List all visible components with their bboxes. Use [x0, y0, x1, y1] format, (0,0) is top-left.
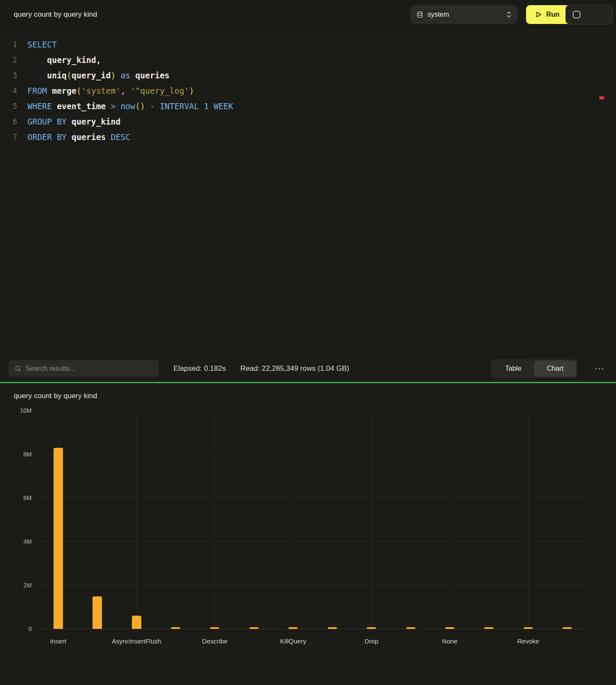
gridline-v	[528, 411, 529, 629]
database-icon	[416, 11, 423, 18]
view-toggle: Table Chart	[491, 359, 577, 378]
bar	[484, 627, 493, 629]
bar	[328, 627, 337, 629]
bar	[288, 627, 298, 629]
code-line: 5WHERE event_time > now() - INTERVAL 1 W…	[0, 98, 616, 114]
line-number: 5	[0, 98, 17, 114]
chart-title: query count by query kind	[14, 392, 602, 400]
code-line: 3 uniq(query_id) as queries	[0, 68, 616, 83]
y-axis-tick-label: 2M	[24, 582, 32, 589]
database-selector[interactable]: system	[410, 5, 517, 24]
code-text: uniq(query_id) as queries	[27, 68, 170, 83]
bar	[406, 627, 416, 629]
bar	[210, 627, 219, 629]
topbar-actions: system Run	[410, 0, 586, 29]
code-line: 7ORDER BY queries DESC	[0, 129, 616, 145]
bar	[523, 627, 533, 629]
bar	[171, 627, 180, 629]
bar	[54, 448, 63, 629]
read-stat: Read: 22,285,349 rows (1.04 GB)	[240, 364, 349, 373]
y-axis-tick-label: 0	[28, 625, 32, 632]
x-axis-tick-label: Revoke	[517, 637, 539, 645]
bar	[249, 627, 259, 629]
x-axis-tick-label: Describe	[202, 637, 227, 645]
gridline-h	[39, 628, 587, 629]
bar-chart: 02M4M6M8M10MInsertAsyncInsertFlushDescri…	[39, 411, 587, 629]
code-line: 6GROUP BY query_kind	[0, 114, 616, 129]
play-icon	[535, 11, 542, 18]
gridline-h	[39, 585, 587, 585]
sql-console-app: query count by query kind system	[0, 0, 616, 629]
search-results-input[interactable]	[26, 365, 153, 372]
toolbar-extra-button[interactable]	[565, 5, 613, 24]
gridline-v	[587, 411, 587, 629]
x-axis-tick-label: Drop	[365, 637, 379, 645]
run-button[interactable]: Run	[526, 5, 571, 24]
gridline-h	[39, 454, 587, 454]
search-box[interactable]	[9, 360, 159, 377]
x-axis-tick-label: None	[442, 637, 458, 645]
select-chevrons-icon	[506, 11, 511, 18]
run-button-label: Run	[546, 11, 559, 18]
code-text: SELECT	[27, 37, 57, 52]
gridline-v	[137, 411, 137, 629]
line-number: 3	[0, 68, 17, 83]
code-line: 2 query_kind,	[0, 52, 616, 68]
code-text: WHERE event_time > now() - INTERVAL 1 WE…	[27, 98, 233, 114]
x-axis-tick-label: Insert	[50, 637, 66, 645]
bar	[562, 627, 572, 629]
rounded-square-icon	[572, 10, 581, 19]
y-axis-tick-label: 4M	[24, 538, 32, 545]
gridline-h	[39, 410, 587, 411]
gridline-v	[215, 411, 215, 629]
code-line: 4FROM merge('system', '^query_log')	[0, 83, 616, 98]
gridline-v	[450, 411, 450, 629]
gridline-v	[293, 411, 293, 629]
tab-table[interactable]: Table	[492, 360, 534, 377]
sql-editor[interactable]: 1SELECT2 query_kind,3 uniq(query_id) as …	[0, 29, 616, 355]
tab-chart[interactable]: Chart	[534, 360, 576, 377]
line-number: 4	[0, 83, 17, 98]
elapsed-stat: Elapsed: 0.182s	[173, 364, 226, 373]
line-number: 6	[0, 114, 17, 129]
scrollbar-error-marker	[599, 96, 604, 99]
y-axis-tick-label: 8M	[24, 451, 32, 458]
results-toolbar: Elapsed: 0.182s Read: 22,285,349 rows (1…	[0, 355, 616, 382]
y-axis-tick-label: 10M	[20, 407, 32, 414]
database-name: system	[428, 11, 449, 18]
gridline-h	[39, 497, 587, 498]
line-number: 1	[0, 37, 17, 52]
code-text: ORDER BY queries DESC	[27, 129, 130, 145]
gridline-v	[371, 411, 372, 629]
chart-panel: query count by query kind 02M4M6M8M10MIn…	[0, 383, 616, 629]
bar	[132, 616, 141, 629]
bar	[93, 596, 102, 629]
line-number: 2	[0, 52, 17, 68]
code-area[interactable]: 1SELECT2 query_kind,3 uniq(query_id) as …	[0, 37, 616, 145]
line-number: 7	[0, 129, 17, 145]
bar	[367, 627, 376, 629]
bar	[445, 627, 455, 629]
code-text: FROM merge('system', '^query_log')	[27, 83, 194, 98]
search-icon	[15, 365, 21, 372]
code-line: 1SELECT	[0, 37, 616, 52]
more-options-button[interactable]: ⋯	[592, 363, 607, 374]
x-axis-tick-label: KillQuery	[280, 637, 306, 645]
gridline-h	[39, 541, 587, 542]
query-title: query count by query kind	[14, 10, 97, 19]
x-axis-tick-label: AsyncInsertFlush	[112, 637, 161, 645]
code-text: query_kind,	[27, 52, 101, 68]
code-text: GROUP BY query_kind	[27, 114, 120, 129]
y-axis-tick-label: 6M	[24, 494, 32, 501]
topbar: query count by query kind system	[0, 0, 616, 29]
